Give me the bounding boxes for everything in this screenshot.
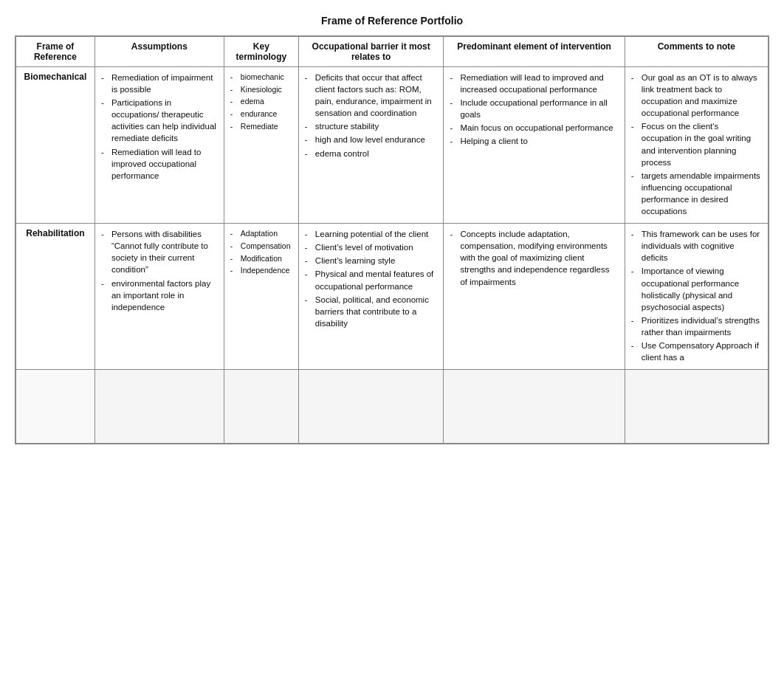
- list-item: edema: [230, 96, 292, 107]
- cell-terminology: [224, 370, 298, 444]
- page-title: Frame of Reference Portfolio: [15, 15, 769, 27]
- col-header-comments: Comments to note: [625, 37, 768, 67]
- cell-predominant: Concepts include adaptation, compensatio…: [444, 224, 625, 370]
- col-header-barrier: Occupational barrier it most relates to: [298, 37, 444, 67]
- list-item: high and low level endurance: [305, 134, 438, 145]
- table-row: [16, 370, 768, 444]
- list-item: Helping a client to: [450, 135, 618, 147]
- table-row: RehabilitationPersons with disabilities …: [16, 224, 768, 370]
- list-item: Compensation: [230, 241, 292, 252]
- list-item: Importance of viewing occupational perfo…: [631, 265, 762, 312]
- table-header-row: Frame of Reference Assumptions Key termi…: [16, 37, 768, 67]
- main-table-container: Frame of Reference Assumptions Key termi…: [15, 35, 769, 444]
- cell-barrier: [298, 370, 444, 444]
- cell-predominant: [444, 370, 625, 444]
- cell-predominant: Remediation will lead to improved and in…: [444, 67, 625, 224]
- cell-comments: [625, 370, 768, 444]
- list-item: Focus on the client's occupation in the …: [631, 120, 762, 168]
- cell-comments: This framework can be uses for individua…: [625, 224, 768, 370]
- cell-frame-name: Rehabilitation: [16, 224, 95, 370]
- cell-assumptions: [94, 370, 224, 444]
- cell-assumptions: Remediation of impairment is possiblePar…: [94, 67, 224, 224]
- list-item: structure stability: [305, 120, 438, 132]
- list-item: Modification: [230, 253, 292, 264]
- col-header-terminology: Key terminology: [224, 37, 298, 67]
- list-item: Remediation will lead to improved occupa…: [101, 146, 218, 182]
- list-item: Our goal as an OT is to always link trea…: [631, 72, 762, 119]
- list-item: Adaptation: [230, 228, 292, 239]
- list-item: Remediation of impairment is possible: [101, 72, 218, 95]
- page-wrapper: Frame of Reference Portfolio Frame of Re…: [15, 15, 769, 444]
- list-item: Social, political, and economic barriers…: [305, 294, 438, 329]
- col-header-assumptions: Assumptions: [94, 37, 224, 67]
- cell-terminology: AdaptationCompensationModificationIndepe…: [224, 224, 298, 370]
- list-item: Client’s level of motivation: [305, 241, 438, 253]
- list-item: Remediation will lead to improved and in…: [450, 72, 618, 95]
- list-item: endurance: [230, 109, 292, 120]
- list-item: environmental factors play an important …: [101, 278, 218, 313]
- list-item: Concepts include adaptation, compensatio…: [450, 228, 618, 287]
- list-item: Client’s learning style: [305, 255, 438, 266]
- list-item: Deficits that occur that affect client f…: [305, 72, 438, 119]
- list-item: Participations in occupations/ therapeut…: [101, 97, 218, 144]
- cell-frame-name: [16, 370, 95, 444]
- list-item: biomechanic: [230, 72, 292, 83]
- list-item: Kinesiologic: [230, 84, 292, 95]
- col-header-frame: Frame of Reference: [16, 37, 95, 67]
- list-item: Include occupational performance in all …: [450, 97, 618, 120]
- cell-terminology: biomechanicKinesiologicedemaenduranceRem…: [224, 67, 298, 224]
- cell-frame-name: Biomechanical: [16, 67, 95, 224]
- cell-assumptions: Persons with disabilities “Cannot fully …: [94, 224, 224, 370]
- cell-barrier: Learning potential of the clientClient’s…: [298, 224, 444, 370]
- cell-comments: Our goal as an OT is to always link trea…: [625, 67, 768, 224]
- list-item: targets amendable impairments influencin…: [631, 170, 762, 217]
- list-item: Physical and mental features of occupati…: [305, 268, 438, 292]
- col-header-predominant: Predominant element of intervention: [444, 37, 625, 67]
- list-item: Prioritizes individual’s strengths rathe…: [631, 314, 762, 338]
- list-item: Remediate: [230, 121, 292, 132]
- list-item: edema control: [305, 148, 438, 159]
- list-item: Learning potential of the client: [305, 228, 438, 240]
- list-item: Independence: [230, 265, 292, 276]
- cell-barrier: Deficits that occur that affect client f…: [298, 67, 444, 224]
- table-row: BiomechanicalRemediation of impairment i…: [16, 67, 768, 224]
- reference-table: Frame of Reference Assumptions Key termi…: [16, 36, 768, 444]
- list-item: Main focus on occupational performance: [450, 122, 618, 134]
- list-item: This framework can be uses for individua…: [631, 228, 762, 264]
- list-item: Persons with disabilities “Cannot fully …: [101, 228, 218, 275]
- list-item: Use Compensatory Approach if client has …: [631, 340, 762, 363]
